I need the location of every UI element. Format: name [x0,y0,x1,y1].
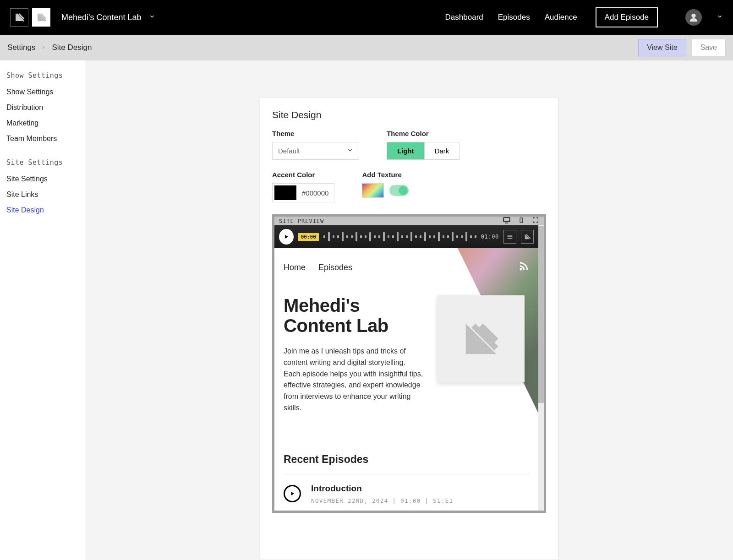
theme-label: Theme [272,130,359,137]
theme-color-light[interactable]: Light [387,142,425,159]
player-current-time: 00:00 [298,233,319,241]
breadcrumb-bar: Settings Site Design View Site Save [0,35,733,60]
episode-row[interactable]: Introduction NOVEMBER 22ND, 2024 | 01:00… [284,474,529,511]
sidebar: Show Settings Show Settings Distribution… [0,60,85,560]
save-button[interactable]: Save [692,39,726,56]
site-title: Mehedi's Content Lab [61,13,142,22]
top-bar: Mehedi's Content Lab Dashboard Episodes … [0,0,733,35]
player-duration: 01:00 [481,234,499,240]
breadcrumb-current: Site Design [52,43,92,52]
sidebar-section-show: Show Settings [6,71,78,80]
desktop-icon[interactable] [503,216,511,226]
preview-body: 00:00 01:00 [274,225,544,511]
mobile-icon[interactable] [518,216,525,226]
podcast-artwork-icon[interactable] [32,8,50,27]
svg-rect-7 [503,217,510,222]
brand-icon [521,230,534,244]
episode-meta: NOVEMBER 22ND, 2024 | 01:00 | S1:E1 [311,497,453,504]
theme-color-toggle: Light Dark [387,142,459,160]
waveform[interactable] [323,231,476,242]
site-design-card: Site Design Theme Default Theme Color Li… [260,97,558,560]
fullscreen-icon[interactable] [532,217,539,225]
preview-hero-description: Join me as I unleash tips and tricks of … [284,346,424,414]
preview-artwork [438,295,525,382]
add-episode-button[interactable]: Add Episode [596,7,658,27]
accent-color-picker[interactable]: #000000 [272,183,334,202]
audio-player-bar: 00:00 01:00 [274,225,538,248]
sidebar-item-marketing[interactable]: Marketing [6,115,78,131]
sidebar-section-site: Site Settings [6,158,78,167]
play-button[interactable] [279,229,294,245]
preview-hero-title: Mehedi's Content Lab [284,295,424,336]
sidebar-item-distribution[interactable]: Distribution [6,100,78,115]
recent-episodes-title: Recent Episodes [284,453,529,466]
breadcrumb-parent[interactable]: Settings [7,43,35,52]
logo-icon[interactable] [10,8,28,27]
svg-marker-21 [291,492,294,495]
episode-title: Introduction [311,484,453,494]
preview-site-nav: Home Episodes [274,248,538,279]
preview-header: SITE PREVIEW [274,214,544,225]
playlist-menu-icon[interactable] [503,230,516,244]
preview-nav-home[interactable]: Home [284,263,306,272]
chevron-down-icon[interactable] [717,13,723,22]
svg-marker-11 [285,235,288,239]
preview-scrollbar[interactable] [538,225,544,511]
top-nav: Dashboard Episodes Audience Add Episode [445,7,723,27]
chevron-right-icon [41,43,46,52]
site-preview-frame: SITE PREVIEW [272,214,546,513]
chevron-down-icon[interactable] [149,13,155,22]
chevron-down-icon [347,147,353,155]
sidebar-item-site-links[interactable]: Site Links [6,187,78,202]
avatar[interactable] [685,9,702,26]
theme-select[interactable]: Default [272,142,359,160]
texture-thumbnail[interactable] [362,183,384,198]
preview-nav-episodes[interactable]: Episodes [318,263,352,272]
nav-episodes[interactable]: Episodes [498,13,530,22]
color-hex: #000000 [302,189,332,197]
svg-point-10 [521,222,521,222]
svg-point-6 [691,14,695,18]
preview-label: SITE PREVIEW [279,218,324,224]
sidebar-item-site-settings[interactable]: Site Settings [6,171,78,187]
accent-color-label: Accent Color [272,171,334,179]
color-swatch [274,185,296,200]
theme-color-dark[interactable]: Dark [425,142,459,159]
card-title: Site Design [272,109,546,120]
nav-dashboard[interactable]: Dashboard [445,13,483,22]
episode-play-icon[interactable] [284,485,301,502]
sidebar-item-show-settings[interactable]: Show Settings [6,84,78,100]
sidebar-item-team-members[interactable]: Team Members [6,131,78,147]
view-site-button[interactable]: View Site [638,39,686,56]
texture-toggle[interactable] [389,185,409,196]
svg-point-17 [520,268,522,271]
theme-value: Default [278,147,300,155]
sidebar-item-site-design[interactable]: Site Design [6,202,78,218]
texture-label: Add Texture [362,171,409,179]
rss-icon[interactable] [518,261,529,274]
theme-color-label: Theme Color [387,130,459,137]
nav-audience[interactable]: Audience [545,13,577,22]
